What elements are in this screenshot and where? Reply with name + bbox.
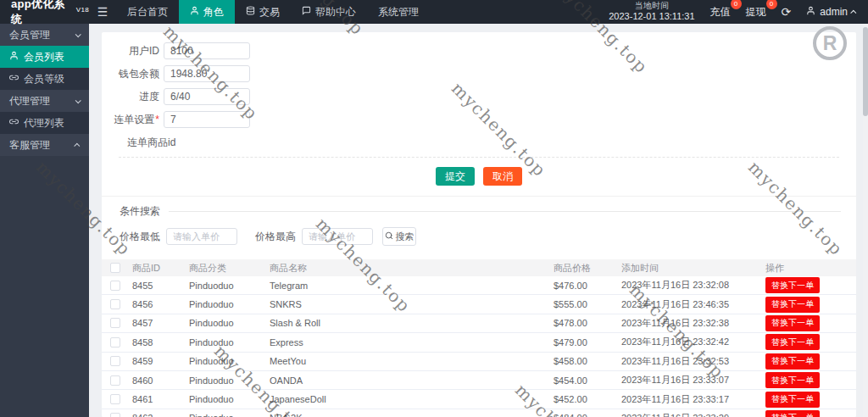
sidebar-toggle-icon[interactable]: ☰ [89,0,116,24]
sidebar-background [0,156,89,417]
nav-item-dashboard[interactable]: 后台首页 [116,0,179,24]
price-min-label: 价格最低 [120,230,160,244]
user-id-field[interactable] [164,42,250,59]
row-checkbox[interactable] [110,394,120,404]
cell-product-category: Pinduoduo [189,337,270,348]
header-product-id: 商品ID [132,262,189,275]
chat-icon [302,6,311,18]
products-table: 商品ID 商品分类 商品名称 商品价格 添加时间 操作 8455 Pinduod… [102,259,856,417]
search-button[interactable]: 搜索 [382,227,416,246]
cell-added-time: 2023年11月16日 23:33:29 [621,412,765,417]
cell-product-category: Pinduoduo [189,356,270,366]
chain-order-setting-label: 连单设置* [102,113,159,127]
chevron-up-icon [850,9,856,15]
cell-product-id: 8456 [132,299,189,309]
table-row: 8459 Pinduoduo MeetYou $458.00 2023年11月1… [102,353,856,371]
cell-product-price: $454.00 [554,375,621,386]
cell-product-name: MeetYou [270,356,554,366]
row-checkbox[interactable] [110,356,120,366]
local-time-label: 当地时间 [609,1,694,11]
sidebar-item-member-list[interactable]: 会员列表 [0,46,89,68]
sidebar-group-support[interactable]: 客服管理 [0,134,89,156]
row-checkbox[interactable] [110,299,120,309]
price-min-input[interactable] [166,228,237,245]
progress-label: 进度 [102,90,159,104]
replace-next-button[interactable]: 替换下一单 [765,410,820,417]
recharge-button[interactable]: 充值 0 [710,5,731,19]
cell-added-time: 2023年11月16日 23:32:08 [621,279,765,292]
cell-product-id: 8455 [132,281,189,291]
row-checkbox[interactable] [110,281,120,291]
table-row: 8462 Pinduoduo NBA 2K $484.00 2023年11月16… [102,409,856,417]
cell-product-category: Pinduoduo [189,281,270,291]
replace-next-button[interactable]: 替换下一单 [765,372,820,388]
cell-product-name: OANDA [270,375,554,386]
cell-added-time: 2023年11月16日 23:33:07 [621,374,765,386]
sidebar-item-agent-list[interactable]: 代理列表 [0,112,89,134]
top-navbar: app优化系统 V18 ☰ 后台首页 角色 交易 帮助中心 系统管理 当地时间 … [0,0,868,24]
replace-next-button[interactable]: 替换下一单 [765,353,820,370]
table-row: 8456 Pinduoduo SNKRS $555.00 2023年11月16日… [102,295,856,314]
cell-product-price: $458.00 [554,356,621,366]
wallet-balance-label: 钱包余额 [102,67,159,81]
chevron-down-icon [75,97,81,103]
scrollbar-thumb[interactable] [863,27,868,116]
chain-order-setting-field[interactable] [164,111,250,128]
nav-item-help-center[interactable]: 帮助中心 [291,0,367,24]
header-added-time: 添加时间 [621,262,765,275]
nav-item-roles[interactable]: 角色 [179,0,235,24]
scrollbar-track[interactable] [863,24,868,417]
cell-product-name: SNKRS [270,299,554,309]
user-menu[interactable]: admin [806,6,856,18]
user-icon [190,6,199,18]
submit-button[interactable]: 提交 [436,167,475,186]
replace-next-button[interactable]: 替换下一单 [765,334,820,350]
withdraw-button[interactable]: 提现 0 [746,5,766,19]
replace-next-button[interactable]: 替换下一单 [765,297,820,313]
link-icon [9,117,19,129]
table-row: 8461 Pinduoduo JapaneseDoll $452.00 2023… [102,390,856,409]
sidebar-group-agent[interactable]: 代理管理 [0,90,89,112]
table-row: 8460 Pinduoduo OANDA $454.00 2023年11月16日… [102,371,856,390]
table-row: 8457 Pinduoduo Slash & Roll $478.00 2023… [102,314,856,333]
wallet-balance-field[interactable] [164,65,250,82]
cell-product-name: JapaneseDoll [270,394,554,404]
cell-product-category: Pinduoduo [189,375,270,386]
chain-product-id-label: 连单商品id [127,136,856,150]
price-max-input[interactable] [302,228,373,245]
local-time: 当地时间 2023-12-01 13:11:31 [609,1,694,22]
header-product-price: 商品价格 [554,262,621,275]
replace-next-button[interactable]: 替换下一单 [765,277,820,293]
app-version: V18 [76,6,89,14]
sidebar-item-member-level[interactable]: 会员等级 [0,68,89,90]
cell-added-time: 2023年11月16日 23:32:42 [621,336,765,348]
cancel-button[interactable]: 取消 [483,167,522,186]
nav-item-trade[interactable]: 交易 [235,0,291,24]
row-checkbox[interactable] [110,375,120,386]
row-checkbox[interactable] [110,337,120,348]
cell-product-category: Pinduoduo [189,299,270,309]
sidebar: 会员管理 会员列表 会员等级 代理管理 代理列表 客服管理 [0,24,89,417]
cell-product-id: 8462 [132,413,189,417]
search-section: 条件搜索 价格最低 价格最高 搜索 [102,196,856,246]
user-id-label: 用户ID [102,44,159,58]
divider [119,157,839,158]
username: admin [820,6,848,18]
replace-next-button[interactable]: 替换下一单 [765,392,820,408]
progress-field[interactable] [164,88,250,105]
cell-product-id: 8459 [132,356,189,366]
app-logo: app优化系统 V18 [0,0,89,24]
cell-product-name: Telegram [270,281,554,291]
app-title: app优化系统 [11,0,75,27]
refresh-icon[interactable]: ⟳ [782,5,792,19]
replace-next-button[interactable]: 替换下一单 [765,315,820,331]
header-product-category: 商品分类 [189,262,270,275]
row-checkbox[interactable] [110,413,120,417]
main-menu: 后台首页 角色 交易 帮助中心 系统管理 [116,0,430,24]
main-content: 用户ID 钱包余额 进度 连单设置* 连单商品id 提交 取消 [89,24,868,417]
row-checkbox[interactable] [110,318,120,328]
cell-product-id: 8461 [132,394,189,404]
cell-added-time: 2023年11月16日 23:46:35 [621,298,765,311]
nav-item-system[interactable]: 系统管理 [367,0,430,24]
select-all-checkbox[interactable] [110,263,120,273]
